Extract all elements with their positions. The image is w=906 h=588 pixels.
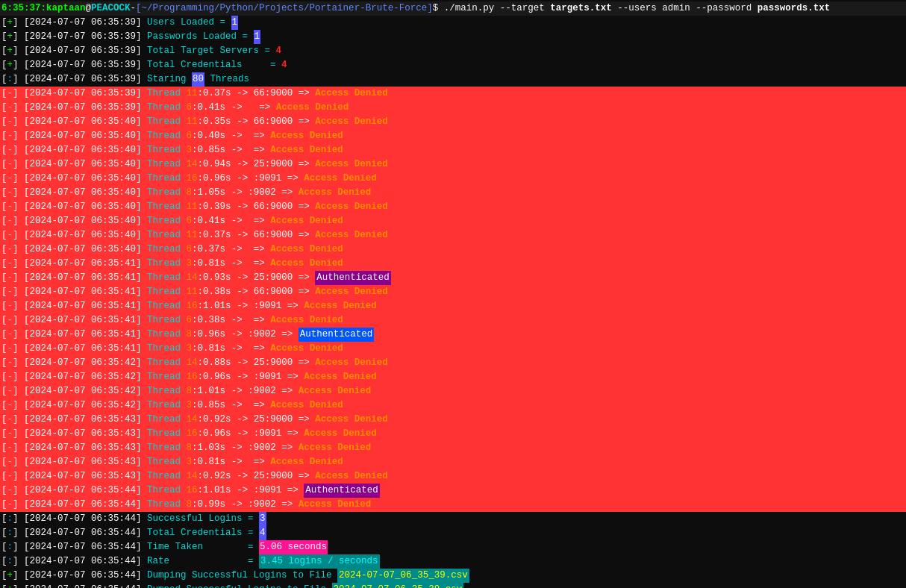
thread-line: [-] [2024-07-07 06:35:44] Thread 8:0.99s… — [0, 498, 906, 512]
thread-line: [-] [2024-07-07 06:35:40] Thread 8:1.05s… — [0, 186, 906, 200]
thread-line: [-] [2024-07-07 06:35:43] Thread 3:0.81s… — [0, 455, 906, 469]
command-line: 6:35:37:kaptaan@PEACOCK-[~/Programming/P… — [0, 1, 906, 16]
thread-line: [-] [2024-07-07 06:35:41] Thread 3:0.81s… — [0, 342, 906, 356]
thread-line: [-] [2024-07-07 06:35:42] Thread 8:1.01s… — [0, 384, 906, 398]
thread-line: [-] [2024-07-07 06:35:40] Thread 6:0.41s… — [0, 214, 906, 228]
thread-line: [-] [2024-07-07 06:35:43] Thread 8:1.03s… — [0, 441, 906, 455]
thread-line: [-] [2024-07-07 06:35:44] Thread 16:1.01… — [0, 484, 906, 498]
thread-line: [-] [2024-07-07 06:35:40] Thread 11:0.35… — [0, 115, 906, 129]
thread-line: [-] [2024-07-07 06:35:40] Thread 6:0.40s… — [0, 129, 906, 143]
thread-line: [-] [2024-07-07 06:35:43] Thread 14:0.92… — [0, 469, 906, 484]
log-line: [+] [2024-07-07 06:35:39] Total Credenti… — [0, 58, 906, 72]
thread-line: [-] [2024-07-07 06:35:41] Thread 8:0.96s… — [0, 328, 906, 342]
thread-line: [-] [2024-07-07 06:35:43] Thread 16:0.96… — [0, 427, 906, 441]
thread-line: [-] [2024-07-07 06:35:40] Thread 16:0.96… — [0, 172, 906, 186]
thread-line: [-] [2024-07-07 06:35:40] Thread 11:0.39… — [0, 200, 906, 214]
thread-line: [-] [2024-07-07 06:35:41] Thread 3:0.81s… — [0, 257, 906, 271]
thread-line: [-] [2024-07-07 06:35:40] Thread 14:0.94… — [0, 157, 906, 172]
dump-line: [+] [2024-07-07 06:35:44] Dumped Success… — [0, 583, 906, 588]
thread-line: [-] [2024-07-07 06:35:43] Thread 14:0.92… — [0, 413, 906, 427]
summary-line: [:] [2024-07-07 06:35:44] Successful Log… — [0, 512, 906, 526]
terminal-window: 6:35:37:kaptaan@PEACOCK-[~/Programming/P… — [0, 0, 906, 588]
thread-line: [-] [2024-07-07 06:35:41] Thread 6:0.38s… — [0, 313, 906, 328]
thread-line: [-] [2024-07-07 06:35:40] Thread 6:0.37s… — [0, 243, 906, 257]
log-line: [+] [2024-07-07 06:35:39] Total Target S… — [0, 44, 906, 58]
summary-line: [:] [2024-07-07 06:35:44] Time Taken = 5… — [0, 540, 906, 554]
thread-line: [-] [2024-07-07 06:35:41] Thread 16:1.01… — [0, 299, 906, 313]
thread-line: [-] [2024-07-07 06:35:42] Thread 3:0.85s… — [0, 398, 906, 413]
thread-line: [-] [2024-07-07 06:35:39] Thread 6:0.41s… — [0, 101, 906, 115]
thread-line: [-] [2024-07-07 06:35:42] Thread 16:0.96… — [0, 370, 906, 384]
summary-line: [:] [2024-07-07 06:35:44] Total Credenti… — [0, 526, 906, 540]
summary-line: [:] [2024-07-07 06:35:44] Rate = 3.45 lo… — [0, 554, 906, 569]
thread-line: [-] [2024-07-07 06:35:40] Thread 11:0.37… — [0, 228, 906, 243]
thread-line: [-] [2024-07-07 06:35:39] Thread 11:0.37… — [0, 87, 906, 101]
thread-line: [-] [2024-07-07 06:35:41] Thread 11:0.38… — [0, 285, 906, 299]
dump-line: [+] [2024-07-07 06:35:44] Dumping Succes… — [0, 569, 906, 583]
prompt-user: 6:35:37:kaptaan — [1, 1, 86, 16]
thread-line: [-] [2024-07-07 06:35:40] Thread 3:0.85s… — [0, 143, 906, 157]
log-line: [+] [2024-07-07 06:35:39] Users Loaded =… — [0, 16, 906, 30]
log-line: [:] [2024-07-07 06:35:39] Staring 80 Thr… — [0, 72, 906, 87]
thread-line: [-] [2024-07-07 06:35:41] Thread 14:0.93… — [0, 271, 906, 285]
log-line: [+] [2024-07-07 06:35:39] Passwords Load… — [0, 30, 906, 44]
thread-line: [-] [2024-07-07 06:35:42] Thread 14:0.88… — [0, 356, 906, 370]
